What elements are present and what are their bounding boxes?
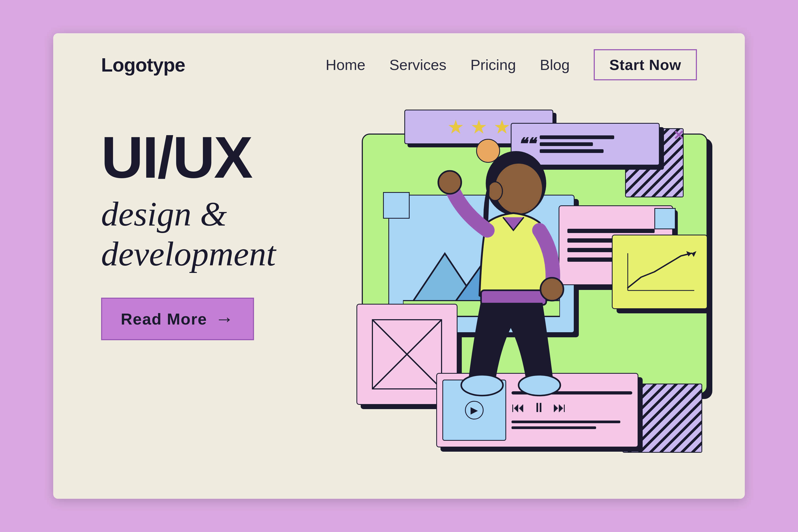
text-square-decor xyxy=(654,208,676,229)
svg-point-20 xyxy=(519,375,560,396)
svg-marker-7 xyxy=(691,251,697,257)
read-more-button[interactable]: Read More → xyxy=(101,298,254,340)
quote-line-1 xyxy=(540,135,614,139)
svg-point-17 xyxy=(438,171,461,194)
hero-title: UI/UX xyxy=(101,128,252,186)
nav-home[interactable]: Home xyxy=(326,56,365,73)
navbar: Logotype Home Services Pricing Blog Star… xyxy=(53,33,745,91)
nav-links: Home Services Pricing Blog Start Now xyxy=(326,49,697,80)
svg-rect-16 xyxy=(481,290,546,305)
svg-point-19 xyxy=(461,375,503,396)
quote-line-2 xyxy=(540,142,593,146)
star-1: ★ xyxy=(447,116,464,138)
image-corner-decor xyxy=(383,192,410,218)
chart-card xyxy=(612,234,707,309)
hero-section: UI/UX design & development Read More → ★… xyxy=(53,91,745,474)
read-more-label: Read More xyxy=(121,310,207,328)
character-illustration xyxy=(431,150,596,410)
nav-services[interactable]: Services xyxy=(390,56,446,73)
star-3: ★ xyxy=(493,116,511,138)
hero-text: UI/UX design & development Read More → xyxy=(101,128,319,340)
svg-point-15 xyxy=(488,182,502,201)
close-x-icon: ✕ xyxy=(673,128,684,143)
svg-point-18 xyxy=(540,278,564,301)
star-2: ★ xyxy=(470,116,488,138)
arrow-right-icon: → xyxy=(215,308,234,329)
subtitle-line1: design & xyxy=(101,195,227,233)
nav-blog[interactable]: Blog xyxy=(540,56,570,73)
page-container: Logotype Home Services Pricing Blog Star… xyxy=(53,33,745,499)
logo: Logotype xyxy=(101,54,185,76)
hero-subtitle: design & development xyxy=(101,194,319,274)
start-now-button[interactable]: Start Now xyxy=(594,49,697,80)
subtitle-line2: development xyxy=(101,234,276,273)
chart-svg xyxy=(623,245,697,299)
nav-pricing[interactable]: Pricing xyxy=(470,56,516,73)
hero-illustration: ★ ★ ★ ❝❝ ✕ xyxy=(335,101,697,474)
